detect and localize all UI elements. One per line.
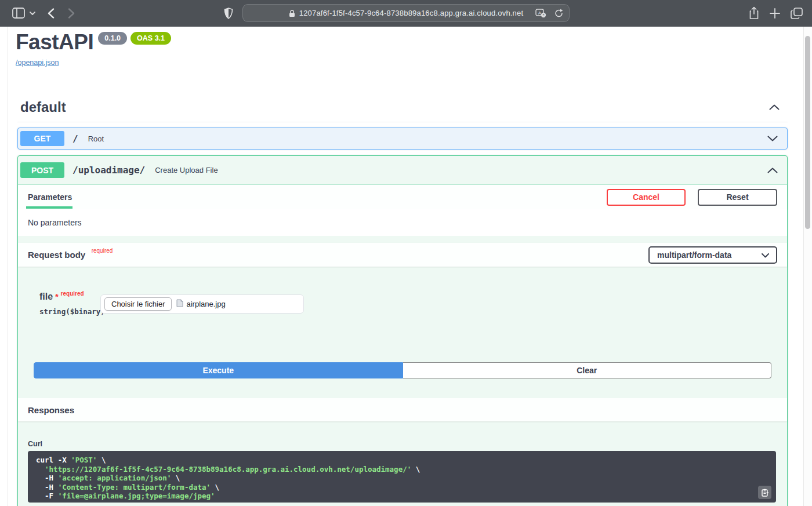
- select-chevron-down-icon: [762, 250, 769, 260]
- expand-get-chevron-down-icon[interactable]: [767, 136, 778, 141]
- page-scrollbar-track[interactable]: [803, 27, 812, 506]
- curl-command-code: curl -X 'POST' \ 'https://1207af6f-1f5f-…: [36, 456, 768, 501]
- responses-label: Responses: [28, 405, 74, 415]
- sidebar-chevron-down-icon[interactable]: [30, 12, 35, 15]
- content-type-value: multipart/form-data: [657, 250, 731, 260]
- get-path: /: [72, 133, 78, 144]
- share-icon[interactable]: [749, 6, 759, 20]
- opblock-post-uploadimage: POST /uploadimage/ Create Upload File Pa…: [17, 155, 788, 506]
- get-method-badge: GET: [20, 131, 64, 146]
- reload-icon[interactable]: [554, 9, 563, 18]
- browser-toolbar: 1207af6f-1f5f-4c57-9c64-8738b89a16c8.app…: [0, 0, 812, 27]
- curl-command-block: curl -X 'POST' \ 'https://1207af6f-1f5f-…: [28, 451, 776, 503]
- post-method-badge: POST: [20, 162, 64, 178]
- collapse-tag-chevron-up-icon[interactable]: [769, 104, 780, 110]
- file-document-icon: [176, 299, 183, 309]
- openapi-spec-link[interactable]: /openapi.json: [16, 59, 59, 67]
- tag-section-default[interactable]: default: [17, 93, 788, 122]
- address-bar[interactable]: 1207af6f-1f5f-4c57-9c64-8738b89a16c8.app…: [242, 4, 570, 22]
- curl-label: Curl: [28, 440, 42, 448]
- execute-row: Execute Clear: [34, 362, 771, 378]
- url-text: 1207af6f-1f5f-4c57-9c64-8738b89a16c8.app…: [299, 9, 524, 17]
- file-upload-input[interactable]: Choisir le fichier airplane.jpg: [100, 294, 304, 314]
- page-left-edge: [7, 27, 8, 506]
- parameters-tab-label: Parameters: [28, 192, 72, 202]
- parameters-tab-underline: [26, 206, 72, 209]
- post-uploadimage-summary[interactable]: POST /uploadimage/ Create Upload File: [18, 156, 787, 185]
- request-body-file-field: file*required string($binary) Choisir le…: [39, 292, 304, 316]
- field-required-star: *: [55, 292, 58, 301]
- back-button-icon[interactable]: [48, 8, 55, 19]
- request-body-section-header: Request body required multipart/form-dat…: [18, 243, 787, 267]
- choose-file-button[interactable]: Choisir le fichier: [104, 297, 172, 311]
- tab-parameters[interactable]: Parameters: [28, 192, 72, 202]
- api-info: FastAPI 0.1.0 OAS 3.1 /openapi.json: [16, 30, 171, 67]
- collapse-post-chevron-up-icon[interactable]: [767, 168, 778, 173]
- cancel-button[interactable]: Cancel: [607, 189, 686, 206]
- page-title: FastAPI: [16, 30, 93, 54]
- post-summary-text: Create Upload File: [155, 166, 217, 174]
- oas-badge: OAS 3.1: [130, 32, 171, 45]
- get-summary-text: Root: [88, 134, 104, 143]
- field-required-label: required: [61, 290, 84, 297]
- page-scrollbar-thumb[interactable]: [805, 36, 810, 229]
- lock-icon: [289, 9, 295, 17]
- chosen-file-name: airplane.jpg: [186, 300, 225, 308]
- privacy-shield-icon[interactable]: [224, 8, 233, 19]
- field-type: string($binary): [39, 307, 100, 316]
- tab-overview-icon[interactable]: [791, 8, 803, 19]
- translate-icon[interactable]: A*: [535, 9, 546, 18]
- post-path: /uploadimage/: [72, 165, 145, 176]
- new-tab-icon[interactable]: [770, 8, 780, 19]
- parameters-section-header: Parameters Cancel Reset: [18, 185, 787, 209]
- reset-button[interactable]: Reset: [698, 189, 777, 206]
- request-body-label: Request body: [28, 250, 85, 260]
- clear-button[interactable]: Clear: [403, 362, 772, 378]
- responses-section-header: Responses: [18, 398, 787, 421]
- execute-button[interactable]: Execute: [34, 362, 403, 378]
- get-root-summary[interactable]: GET / Root: [18, 128, 787, 149]
- sidebar-toggle-icon[interactable]: [12, 8, 25, 19]
- svg-text:*: *: [543, 13, 545, 17]
- copy-to-clipboard-button[interactable]: [758, 486, 771, 499]
- swagger-ui-page: FastAPI 0.1.0 OAS 3.1 /openapi.json defa…: [0, 27, 812, 506]
- no-parameters-text: No parameters: [18, 209, 787, 236]
- opblock-get-root: GET / Root: [17, 128, 788, 150]
- version-badge: 0.1.0: [98, 32, 127, 45]
- content-type-select[interactable]: multipart/form-data: [648, 246, 777, 264]
- forward-button-icon[interactable]: [68, 8, 75, 19]
- request-body-required-badge: required: [92, 247, 113, 254]
- field-name: file: [39, 292, 53, 301]
- tag-title: default: [20, 99, 66, 115]
